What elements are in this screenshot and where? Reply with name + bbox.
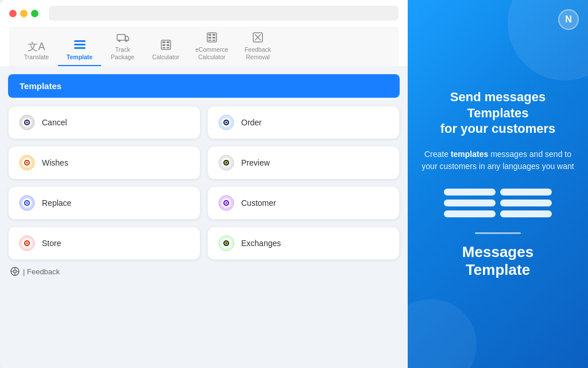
tab-feedback-removal[interactable]: Feedback Removal (236, 26, 279, 66)
svg-rect-18 (208, 40, 211, 41)
wishes-label: Wishes (42, 158, 68, 167)
right-panel-headline: Send messages Templates for your custome… (440, 89, 556, 138)
svg-rect-19 (212, 40, 215, 41)
customer-icon (218, 195, 234, 211)
svg-rect-11 (163, 47, 165, 48)
replace-label: Replace (42, 198, 71, 208)
feedback-footer[interactable]: | Feedback (8, 260, 400, 278)
translate-icon: 文A (28, 41, 45, 52)
svg-rect-12 (167, 47, 169, 48)
tabs-row: 文A Translate Template (9, 26, 399, 66)
order-label: Order (241, 118, 262, 127)
template-card-order[interactable]: Order (207, 106, 400, 139)
svg-point-32 (226, 122, 227, 124)
svg-point-62 (226, 243, 227, 244)
svg-point-37 (26, 162, 28, 164)
svg-rect-14 (208, 34, 211, 36)
ecommerce-icon (207, 32, 217, 44)
bottom-title: Messages Template (462, 243, 533, 279)
address-bar (49, 6, 399, 21)
maximize-icon[interactable] (31, 10, 38, 17)
svg-rect-1 (74, 44, 86, 45)
tab-track-label: Track Package (111, 46, 134, 60)
store-label: Store (42, 239, 61, 248)
tab-ecommerce-calculator[interactable]: eCommerce Calculator (187, 26, 236, 66)
exchanges-label: Exchanges (241, 239, 281, 248)
svg-rect-8 (167, 41, 169, 43)
preview-icon (218, 155, 234, 171)
wishes-icon (19, 155, 35, 171)
msg-line-5 (500, 200, 552, 206)
svg-point-47 (26, 202, 28, 204)
svg-rect-2 (74, 47, 86, 49)
svg-rect-3 (117, 34, 125, 40)
track-package-icon (117, 32, 129, 44)
svg-point-52 (226, 202, 227, 204)
template-card-replace[interactable]: Replace (8, 186, 200, 220)
tab-template-label: Template (67, 53, 92, 61)
tab-feedback-label: Feedback Removal (245, 46, 271, 60)
close-icon[interactable] (9, 10, 17, 17)
msg-col-left (444, 189, 496, 217)
browser-controls (9, 6, 399, 21)
order-icon (218, 114, 234, 131)
svg-rect-16 (208, 37, 211, 39)
template-card-store[interactable]: Store (8, 227, 200, 260)
right-panel: N Send messages Templates for your custo… (408, 0, 588, 368)
msg-line-4 (500, 189, 552, 195)
main-content: Templates Cancel (0, 66, 408, 368)
msg-line-6 (500, 210, 552, 217)
calculator-icon (161, 40, 171, 52)
templates-title: Templates (20, 81, 61, 91)
template-card-wishes[interactable]: Wishes (8, 146, 200, 179)
browser-window: 文A Translate Template (0, 0, 408, 368)
svg-rect-9 (163, 44, 165, 46)
tab-track-package[interactable]: Track Package (101, 26, 144, 66)
exchanges-icon (218, 235, 234, 251)
tab-ecommerce-label: eCommerce Calculator (195, 46, 228, 60)
tab-calculator[interactable]: Calculator (144, 34, 187, 67)
template-icon (74, 40, 86, 52)
svg-point-42 (226, 162, 227, 164)
headline-text: Send messages Templates for your custome… (440, 89, 556, 137)
logo-badge: N (558, 9, 579, 30)
browser-chrome: 文A Translate Template (0, 0, 408, 66)
messages-template-icon (444, 189, 552, 217)
svg-point-27 (26, 122, 28, 124)
msg-col-right (500, 189, 552, 217)
svg-point-64 (14, 270, 17, 273)
tab-calculator-label: Calculator (152, 53, 179, 61)
cancel-label: Cancel (42, 118, 67, 127)
svg-rect-7 (163, 41, 165, 43)
template-card-preview[interactable]: Preview (207, 146, 400, 179)
msg-line-3 (444, 210, 496, 217)
feedback-removal-icon (253, 32, 263, 44)
settings-icon (10, 267, 20, 276)
cancel-icon (19, 114, 35, 131)
svg-point-4 (118, 40, 121, 42)
svg-point-57 (26, 243, 28, 244)
feedback-label: | Feedback (23, 267, 60, 276)
tab-translate-label: Translate (24, 53, 49, 61)
msg-line-2 (444, 200, 496, 206)
right-panel-subtext: Create templates messages and send to yo… (421, 148, 574, 172)
template-grid: Cancel Order (8, 106, 400, 260)
svg-point-5 (125, 40, 127, 42)
preview-label: Preview (241, 158, 270, 167)
customer-label: Customer (241, 198, 276, 208)
templates-header: Templates (8, 74, 400, 98)
svg-rect-17 (212, 37, 215, 39)
tab-translate[interactable]: 文A Translate (15, 36, 58, 67)
svg-rect-15 (212, 34, 215, 36)
store-icon (19, 235, 35, 251)
minimize-icon[interactable] (20, 10, 28, 17)
replace-icon (19, 195, 35, 211)
svg-rect-0 (74, 40, 86, 42)
divider (475, 232, 521, 234)
msg-line-1 (444, 189, 496, 195)
tab-template[interactable]: Template (58, 34, 101, 67)
svg-rect-10 (167, 44, 169, 46)
template-card-exchanges[interactable]: Exchanges (207, 227, 400, 260)
template-card-cancel[interactable]: Cancel (8, 106, 200, 139)
template-card-customer[interactable]: Customer (207, 186, 400, 220)
